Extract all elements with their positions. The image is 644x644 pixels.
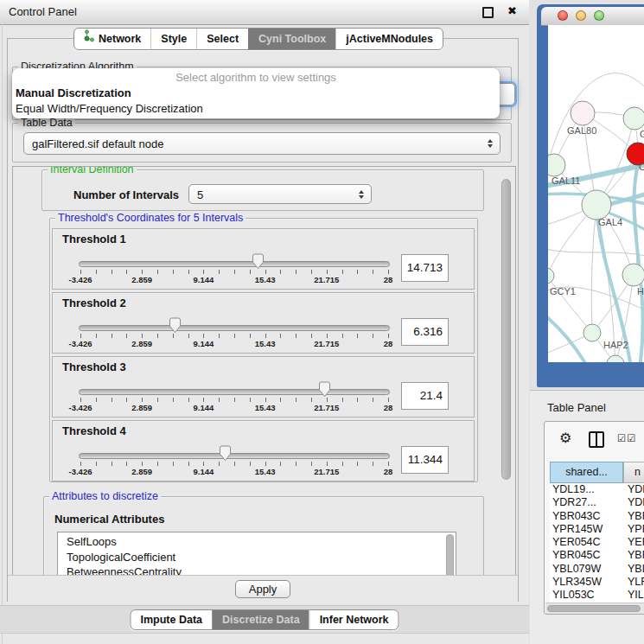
network-node-gal80[interactable] [571,101,595,125]
group-title: Threshold's Coordinates for 5 Intervals [55,212,245,224]
slider-thumb[interactable] [169,317,182,334]
number-of-intervals-select[interactable]: 5 [188,184,372,204]
network-node-gcy1[interactable] [548,268,554,284]
threshold-slider-track[interactable] [79,261,390,267]
combo-spinner-icon [359,190,364,199]
close-panel-icon[interactable]: ✖ [507,4,517,17]
network-window-titlebar[interactable] [541,7,644,26]
table-row[interactable]: YBL079WYBL0 [550,563,644,576]
tab-select[interactable]: Select [196,29,248,49]
table-cell: YBL0 [623,563,644,576]
numerical-attributes-list[interactable]: SelfLoopsTopologicalCoefficientBetweenne… [57,532,456,576]
node-label: C [639,162,644,172]
algorithm-dropdown-popup: Select algorithm to view settings Manual… [12,68,500,118]
threshold-label: Threshold 2 [62,296,126,309]
dropdown-placeholder-option[interactable]: Select algorithm to view settings [12,68,500,86]
scrollbar-thumb[interactable] [547,605,641,612]
table-cell: YBR043C [550,510,623,523]
network-node-gal11[interactable] [548,154,565,176]
table-toolbar: ⚙ ☑☑ [545,422,644,461]
minimize-window-icon[interactable] [576,10,586,21]
attribute-item-topologicalcoefficient[interactable]: TopologicalCoefficient [58,550,456,565]
slider-thumb[interactable] [252,253,265,270]
node-label: GAL4 [598,217,622,227]
table-row[interactable]: YIL053CYIL0 [550,589,644,602]
mode-tab-discretize-data[interactable]: Discretize Data [212,610,309,629]
horizontal-scrollbar[interactable] [545,603,644,614]
list-scrollbar[interactable] [446,534,454,576]
table-cell: YPR145W [550,523,623,536]
checkbox-icons[interactable]: ☑☑ [617,432,637,444]
table-row[interactable]: YBR043CYBR0 [550,510,644,523]
attribute-item-selfloops[interactable]: SelfLoops [58,532,456,550]
gear-icon[interactable]: ⚙ [559,430,571,446]
table-row[interactable]: YER054CYER0 [550,536,644,549]
network-node-g[interactable] [623,107,644,130]
threshold-label: Threshold 4 [62,424,126,437]
threshold-value-input[interactable]: 14.713 [401,254,449,282]
mode-tab-impute-data[interactable]: Impute Data [131,610,212,629]
panel-title: Control Panel [9,5,77,18]
slider-thumb[interactable] [318,381,331,398]
group-title: Interval Definition [48,166,137,175]
network-node-h[interactable] [622,264,644,286]
zoom-window-icon[interactable] [594,10,604,21]
threshold-panel-4: Threshold 4-3.4262.8599.14415.4321.71528… [52,420,475,481]
tab-style[interactable]: Style [150,29,196,49]
number-of-intervals-label: Number of Intervals [73,188,179,201]
table-cell: YDR27... [550,496,623,509]
table-browser: ⚙ ☑☑ shared...n YDL19...YDL1YDR27...YDR2… [544,421,644,615]
group-title: Table Data [18,117,75,129]
threshold-panel-3: Threshold 3-3.4262.8599.14415.4321.71528… [52,356,475,418]
network-node-gal4[interactable] [582,190,611,220]
apply-button[interactable]: Apply [235,580,290,598]
node-label: GCY1 [550,286,576,296]
network-canvas[interactable]: GAL80GCGAL11GAL4GCY1HHAP2 [548,25,644,362]
node-label: G [640,129,644,139]
table-row[interactable]: YLR345WYLR3 [550,576,644,589]
control-panel-titlebar: Control Panel ✖ [0,0,529,25]
threshold-value-input[interactable]: 21.4 [401,382,449,410]
table-row[interactable]: YDL19...YDL1 [550,483,644,496]
table-cell: YBR045C [550,549,623,562]
column-header-2[interactable]: n [623,462,644,483]
split-columns-icon[interactable] [589,431,604,448]
table-header: shared...n [550,462,644,483]
mode-tab-infer-network[interactable]: Infer Network [309,610,399,629]
numerical-attributes-heading: Numerical Attributes [54,513,164,526]
node-label: GAL11 [552,175,580,186]
table-data-group: Table Data galFiltered.sif default node [12,123,512,163]
tab-label: Select [207,29,239,49]
tab-network[interactable]: Network [74,29,150,49]
table-cell: YIL053C [550,589,623,602]
table-row[interactable]: YPR145WYPR1 [550,523,644,536]
table-data-select[interactable]: galFiltered.sif default node [23,132,501,155]
network-tree-icon [84,29,94,49]
table-cell: YBR0 [623,510,644,523]
table-cell: YER054C [550,536,623,549]
table-cell: YER0 [623,536,644,549]
thresholds-group: Threshold's Coordinates for 5 Intervals … [49,218,478,482]
tab-label: Impute Data [140,610,202,629]
threshold-slider-track[interactable] [79,453,390,459]
table-row[interactable]: YBR045CYBR0 [550,549,644,562]
vertical-scrollbar[interactable] [501,179,511,480]
close-window-icon[interactable] [558,10,568,21]
tab-cyni-toolbox[interactable]: Cyni Toolbox [248,29,335,49]
threshold-slider-track[interactable] [79,325,390,331]
threshold-value-input[interactable]: 11.344 [401,446,449,474]
dropdown-option-equal-width-frequency-discretization[interactable]: Equal Width/Frequency Discretization [12,101,500,117]
tab-jactivemnodules[interactable]: jActiveMNodules [335,29,443,49]
network-node-hap2[interactable] [583,324,601,341]
table-cell: YDL1 [623,483,644,496]
cyni-mode-strip: Impute DataDiscretize DataInfer Network [0,605,529,634]
dropdown-option-manual-discretization[interactable]: Manual Discretization [12,86,500,101]
table-cell: YDL19... [550,483,623,496]
cyni-mode-tabs: Impute DataDiscretize DataInfer Network [130,609,399,630]
table-row[interactable]: YDR27...YDR2 [550,496,644,509]
float-window-icon[interactable] [482,7,494,18]
threshold-slider-track[interactable] [79,389,390,395]
threshold-value-input[interactable]: 6.316 [401,318,449,346]
slider-thumb[interactable] [219,445,232,462]
column-header-1[interactable]: shared... [550,462,623,483]
